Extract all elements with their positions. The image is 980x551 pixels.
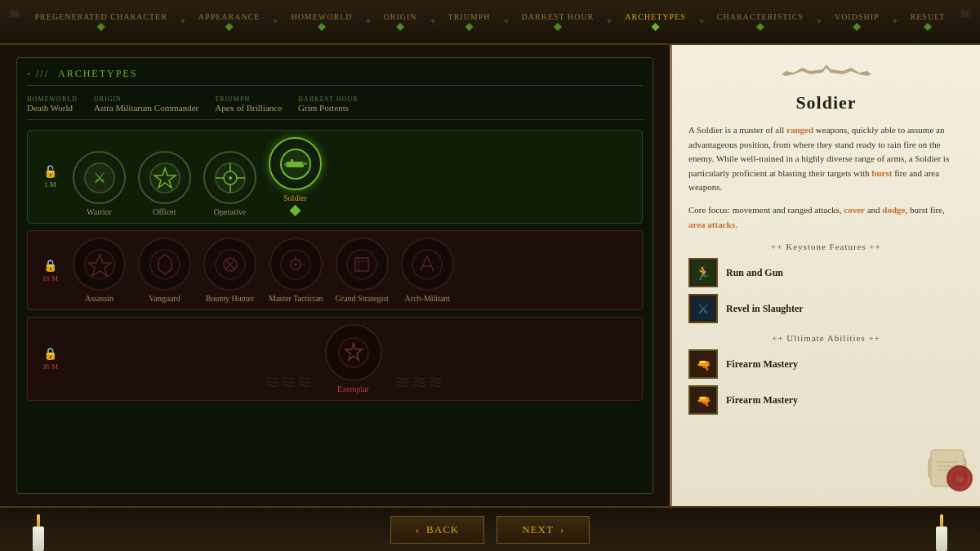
highlight-burst: burst	[871, 168, 892, 178]
svg-text:🔫: 🔫	[697, 394, 711, 408]
feature-firearm-mastery-2: 🔫 Firearm Mastery	[688, 385, 964, 415]
description-text: A Soldier is a master of all ranged weap…	[688, 123, 964, 195]
soldier-label: Soldier	[283, 193, 307, 202]
darkest-hour-value: Grim Portents	[298, 103, 358, 113]
candle-left	[33, 514, 44, 551]
nav-item-characteristics[interactable]: Characteristics	[707, 9, 813, 34]
archetype-bounty-hunter[interactable]: Bounty Hunter	[203, 238, 256, 303]
archetype-master-tactician[interactable]: Master Tactician	[269, 238, 323, 303]
tier3-label: 36 M	[42, 362, 58, 371]
archetype-grand-strategist[interactable]: Grand Strategist	[336, 238, 389, 303]
archetype-officer[interactable]: Officer	[138, 151, 191, 216]
main-layout: - /// ARCHETYPES Homeworld Death World O…	[0, 45, 980, 506]
nav-divider-9: ✦	[891, 16, 899, 28]
svg-point-24	[294, 263, 297, 266]
next-label: Next	[522, 523, 554, 536]
feature-run-and-gun: 🏃 Run and Gun	[688, 258, 964, 287]
nav-item-pregenerated[interactable]: Pregenerated Character	[25, 9, 177, 34]
run-and-gun-icon: 🏃	[688, 258, 718, 287]
candle-right	[936, 514, 947, 551]
exemplar-icon	[325, 324, 382, 381]
character-info-row: Homeworld Death World Origin Astra Milit…	[27, 96, 643, 120]
archetype-assassin[interactable]: Assassin	[73, 238, 126, 303]
nav-item-appearance[interactable]: Appearance	[189, 9, 270, 34]
wings-right: ≋≋≋	[394, 371, 443, 393]
svg-text:⚔: ⚔	[697, 302, 709, 316]
nav-divider-3: ✦	[364, 16, 372, 28]
arch-militant-icon	[401, 238, 454, 291]
archetype-vanguard[interactable]: Vanguard	[138, 238, 191, 303]
svg-text:☠: ☠	[955, 473, 965, 485]
exemplar-label: Exemplar	[337, 384, 369, 393]
origin-value: Astra Militarum Commander	[94, 103, 198, 113]
nav-gem-appearance	[225, 23, 234, 31]
nav-item-voidship[interactable]: Voidship	[825, 9, 889, 34]
archetype-warrior[interactable]: ⚔ Warrior	[73, 151, 126, 216]
svg-rect-15	[291, 159, 293, 162]
panel-emblem	[688, 61, 964, 87]
warrior-icon: ⚔	[73, 151, 126, 204]
nav-gem-homeworld	[318, 23, 326, 31]
nav-item-darkest-hour[interactable]: Darkest Hour	[512, 9, 604, 34]
svg-point-6	[229, 176, 232, 180]
nav-gem-archetypes	[652, 23, 660, 31]
unlock-icon: 🔓	[43, 165, 57, 179]
triumph-value: Apex of Brilliance	[215, 103, 282, 113]
tier3-lock: 🔒 36 M	[36, 347, 65, 371]
nav-item-homeworld[interactable]: Homeworld	[281, 9, 362, 34]
next-button[interactable]: Next ›	[497, 516, 590, 544]
candle-flame-left	[37, 514, 40, 527]
wax-seal: ☠	[943, 462, 976, 498]
keystone-header: Keystone Features	[688, 242, 964, 251]
next-arrow-icon: ›	[560, 523, 564, 536]
svg-point-27	[347, 250, 376, 279]
candle-flame-right	[940, 514, 943, 527]
firearm-mastery-label-2: Firearm Mastery	[726, 394, 798, 407]
archetypes-panel: - /// ARCHETYPES Homeworld Death World O…	[16, 57, 653, 494]
master-tactician-icon	[270, 238, 323, 291]
panel-title: - /// ARCHETYPES	[27, 68, 643, 86]
highlight-area-attacks: area attacks	[688, 220, 735, 229]
svg-point-32	[339, 338, 368, 367]
char-info-origin: Origin Astra Militarum Commander	[94, 96, 198, 113]
firearm-mastery-label-1: Firearm Mastery	[726, 358, 798, 371]
char-info-darkest-hour: Darkest Hour Grim Portents	[298, 96, 358, 113]
revel-in-slaughter-label: Revel in Slaughter	[726, 303, 804, 315]
archetype-operative[interactable]: Operative	[203, 151, 256, 216]
operative-icon	[203, 151, 256, 204]
char-info-triumph: Triumph Apex of Brilliance	[215, 96, 282, 113]
soldier-title: Soldier	[688, 92, 964, 113]
archetype-exemplar[interactable]: Exemplar	[325, 324, 382, 393]
archetype-arch-militant[interactable]: Arch-Militant	[401, 238, 454, 303]
nav-gem-origin	[396, 23, 404, 31]
svg-rect-13	[302, 162, 307, 165]
panel-title-text: ARCHETYPES	[58, 68, 137, 79]
wings-left: ≋≋≋	[264, 371, 313, 393]
tier1-row: 🔓 1 M ⚔ Warrior	[27, 130, 643, 224]
nav-divider-6: ✦	[605, 16, 613, 28]
lock-icon-tier2: 🔒	[43, 259, 57, 273]
nav-item-triumph[interactable]: Triumph	[439, 9, 501, 34]
feature-revel-in-slaughter: ⚔ Revel in Slaughter	[688, 294, 964, 323]
nav-gem-characteristics	[756, 23, 764, 31]
nav-item-origin[interactable]: Origin	[374, 9, 427, 34]
warrior-label: Warrior	[87, 207, 112, 216]
vanguard-label: Vanguard	[149, 294, 180, 303]
ultimate-header: ++ Ultimate Abilities ++	[688, 333, 964, 343]
svg-text:🏃: 🏃	[695, 265, 711, 281]
tier1-lock: 🔓 1 M	[36, 165, 65, 189]
nav-divider: ✦	[179, 16, 187, 28]
back-button[interactable]: ‹ Back	[390, 516, 484, 544]
tier3-items: ≋≋≋ Exemplar ≋≋≋	[73, 324, 634, 393]
archetype-soldier[interactable]: Soldier	[269, 137, 322, 216]
nav-item-result[interactable]: Result	[901, 9, 956, 34]
nav-divider-2: ✦	[271, 16, 279, 28]
right-panel-header: Soldier	[688, 61, 964, 113]
homeworld-value: Death World	[27, 103, 78, 113]
svg-text:🔫: 🔫	[697, 358, 711, 372]
homeworld-label: Homeworld	[27, 96, 78, 103]
feature-firearm-mastery-1: 🔫 Firearm Mastery	[688, 349, 964, 379]
tier2-label: 16 M	[42, 274, 58, 282]
nav-item-archetypes[interactable]: Archetypes	[615, 9, 695, 34]
right-panel: Soldier A Soldier is a master of all ran…	[670, 45, 980, 506]
